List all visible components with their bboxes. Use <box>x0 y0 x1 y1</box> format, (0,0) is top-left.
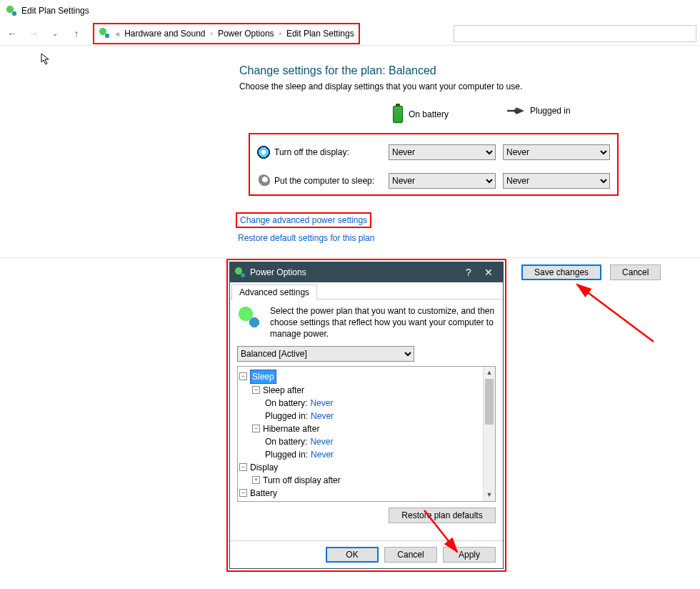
restore-defaults-link[interactable]: Restore default settings for this plan <box>238 233 374 243</box>
value-never[interactable]: Never <box>311 410 334 422</box>
expand-icon[interactable]: + <box>252 476 260 484</box>
close-button[interactable]: ✕ <box>479 267 499 278</box>
up-button[interactable]: ↑ <box>70 27 83 40</box>
power-plan-icon <box>237 305 263 331</box>
dialog-tabs: Advanced settings <box>230 282 503 300</box>
collapse-icon[interactable]: − <box>252 386 260 394</box>
tree-label-plugged-in[interactable]: Plugged in: <box>265 448 308 461</box>
tree-label-plugged-in[interactable]: Plugged in: <box>265 410 308 422</box>
scrollbar[interactable]: ▲ ▼ <box>483 367 495 501</box>
column-plugged-in: Plugged in <box>507 106 571 116</box>
breadcrumb-chevron[interactable]: « <box>116 29 120 38</box>
ok-button[interactable]: OK <box>326 547 379 563</box>
forward-button[interactable]: → <box>27 27 40 40</box>
tree-node-sleep-after[interactable]: Sleep after <box>263 384 304 397</box>
settings-tree[interactable]: −Sleep −Sleep after On battery:Never Plu… <box>237 366 496 502</box>
sleep-plugged-select[interactable]: Never <box>503 173 610 189</box>
plan-select[interactable]: Balanced [Active] <box>237 346 414 362</box>
page-subtitle: Choose the sleep and display settings th… <box>239 81 522 91</box>
main-action-buttons: Save changes Cancel <box>521 264 661 280</box>
display-plugged-select[interactable]: Never <box>503 144 610 160</box>
window-titlebar: Edit Plan Settings <box>0 0 700 21</box>
dialog-cancel-button[interactable]: Cancel <box>384 547 437 563</box>
plug-icon <box>507 107 524 115</box>
settings-rows: Turn off the display: Never Never Put th… <box>249 133 619 196</box>
tree-node-turn-off-display[interactable]: Turn off display after <box>263 474 341 487</box>
breadcrumb-item-hardware[interactable]: Hardware and Sound <box>124 29 205 39</box>
mouse-cursor <box>41 53 51 66</box>
window-title: Edit Plan Settings <box>21 6 89 16</box>
value-never[interactable]: Never <box>311 448 334 461</box>
sleep-label: Put the computer to sleep: <box>274 176 381 186</box>
advanced-settings-link[interactable]: Change advanced power settings <box>236 212 371 228</box>
page-heading: Change settings for the plan: Balanced C… <box>239 64 522 91</box>
restore-plan-defaults-button[interactable]: Restore plan defaults <box>389 508 496 523</box>
row-sleep: Put the computer to sleep: Never Never <box>257 169 610 193</box>
collapse-icon[interactable]: − <box>239 489 247 497</box>
display-label: Turn off the display: <box>274 147 381 157</box>
on-battery-label: On battery <box>409 109 449 119</box>
tab-advanced-settings[interactable]: Advanced settings <box>231 284 317 300</box>
tree-label-on-battery[interactable]: On battery: <box>265 397 307 410</box>
tree-node-critical-battery[interactable]: Critical battery notification <box>263 500 361 502</box>
power-options-icon <box>234 267 246 278</box>
breadcrumb-item-power[interactable]: Power Options <box>218 29 274 39</box>
back-button[interactable]: ← <box>6 27 19 40</box>
breadcrumb-icon <box>99 27 111 40</box>
value-never[interactable]: Never <box>310 397 333 410</box>
separator <box>0 257 700 258</box>
battery-icon <box>393 106 403 123</box>
column-on-battery: On battery <box>393 106 449 123</box>
scroll-up-icon[interactable]: ▲ <box>484 367 495 379</box>
display-battery-select[interactable]: Never <box>389 144 496 160</box>
scroll-thumb[interactable] <box>485 379 494 425</box>
power-options-icon <box>6 5 17 16</box>
tree-node-sleep[interactable]: Sleep <box>250 370 276 384</box>
dialog-footer: OK Cancel Apply <box>230 540 503 568</box>
collapse-icon[interactable]: − <box>239 372 247 380</box>
advanced-dialog-wrap: Power Options ? ✕ Advanced settings Sele… <box>226 259 506 572</box>
cancel-button[interactable]: Cancel <box>610 264 661 280</box>
dialog-body: Select the power plan that you want to c… <box>230 300 503 540</box>
nav-row: ← → ⌄ ↑ « Hardware and Sound › Power Opt… <box>0 21 700 46</box>
moon-icon <box>257 174 270 187</box>
tree-label-on-battery[interactable]: On battery: <box>265 435 307 448</box>
tree-node-battery[interactable]: Battery <box>250 487 277 500</box>
row-turn-off-display: Turn off the display: Never Never <box>257 140 610 164</box>
value-never[interactable]: Never <box>310 435 333 448</box>
tree-node-hibernate-after[interactable]: Hibernate after <box>263 422 319 435</box>
chevron-right-icon: › <box>279 29 281 37</box>
tree-node-display[interactable]: Display <box>250 461 278 474</box>
chevron-right-icon: › <box>211 29 213 37</box>
dialog-title: Power Options <box>250 267 306 277</box>
collapse-icon[interactable]: − <box>252 425 260 432</box>
search-input[interactable] <box>454 25 696 42</box>
help-button[interactable]: ? <box>459 267 479 278</box>
collapse-icon[interactable]: − <box>239 463 247 471</box>
recent-dropdown-icon[interactable]: ⌄ <box>49 27 61 40</box>
apply-button[interactable]: Apply <box>443 547 496 563</box>
power-options-dialog: Power Options ? ✕ Advanced settings Sele… <box>229 262 504 569</box>
dialog-description: Select the power plan that you want to c… <box>270 305 496 340</box>
page-title: Change settings for the plan: Balanced <box>239 64 522 77</box>
sleep-battery-select[interactable]: Never <box>389 173 496 189</box>
svg-line-0 <box>577 284 654 342</box>
display-icon <box>257 146 270 159</box>
scroll-down-icon[interactable]: ▼ <box>484 489 495 501</box>
dialog-titlebar[interactable]: Power Options ? ✕ <box>230 262 503 282</box>
plugged-in-label: Plugged in <box>530 106 571 116</box>
breadcrumb[interactable]: « Hardware and Sound › Power Options › E… <box>93 23 360 44</box>
save-changes-button[interactable]: Save changes <box>521 264 601 280</box>
breadcrumb-item-edit[interactable]: Edit Plan Settings <box>286 29 354 39</box>
